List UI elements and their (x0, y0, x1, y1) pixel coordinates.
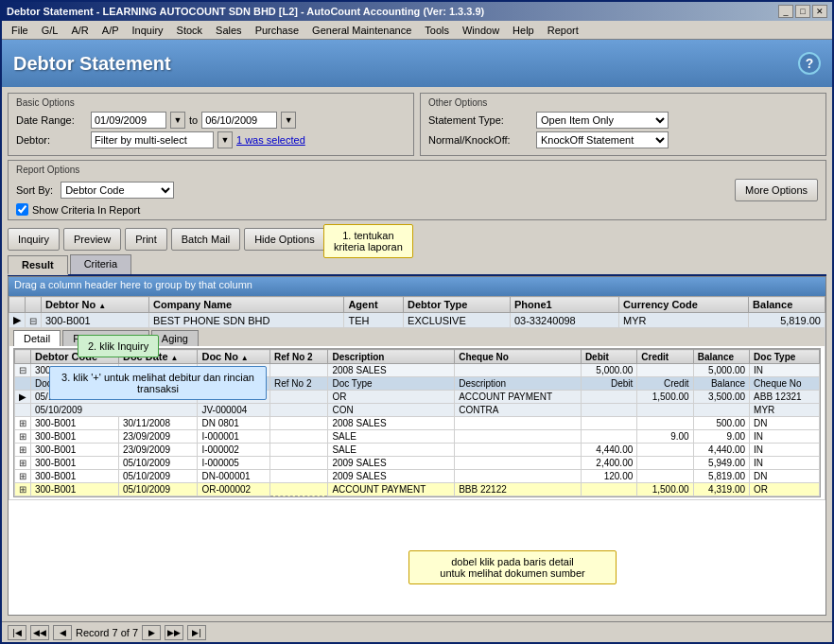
nav-last-button[interactable]: ▶| (187, 625, 206, 640)
menu-report[interactable]: Report (542, 23, 584, 38)
date-to-input[interactable] (201, 112, 277, 129)
td-desc3: SALE (328, 430, 455, 444)
td-exp5[interactable]: ⊞ (15, 457, 31, 470)
td-exp3[interactable]: ⊞ (15, 430, 31, 444)
knockoff-select[interactable]: KnockOff Statement Normal Statement (536, 131, 669, 148)
nav-first-button[interactable]: |◀ (8, 625, 26, 640)
report-options-panel: Report Options Sort By: Debtor Code Comp… (8, 160, 826, 220)
page-title: Debtor Statement (13, 53, 171, 75)
maximize-button[interactable]: □ (795, 5, 810, 18)
td-dd2: 30/11/2008 (118, 417, 198, 430)
th-agent[interactable]: Agent (344, 297, 404, 313)
td-dd7: 05/10/2009 (118, 483, 198, 496)
menu-file[interactable]: File (6, 23, 34, 38)
th-debtor-no[interactable]: Debtor No ▲ (42, 297, 149, 313)
dth-doc-no[interactable]: Doc No ▲ (198, 350, 270, 364)
td-bal7: 4,319.00 (693, 483, 749, 496)
detail-row-or000002[interactable]: ⊞ 300-B001 05/10/2009 OR-000002 ACCOUNT … (15, 483, 820, 496)
dth-balance[interactable]: Balance (693, 350, 749, 364)
knockoff-label: Normal/KnockOff: (428, 134, 532, 146)
menu-window[interactable]: Window (457, 23, 505, 38)
basic-options-panel: Basic Options Date Range: ▼ to ▼ Debtor:… (8, 93, 414, 156)
dth-credit[interactable]: Credit (637, 350, 693, 364)
dth-description[interactable]: Description (328, 350, 455, 364)
nav-prev-page-button[interactable]: ◀◀ (30, 625, 49, 640)
inquiry-button[interactable]: Inquiry (8, 228, 60, 251)
td-dn5: I-000005 (198, 457, 270, 470)
menu-general-maintenance[interactable]: General Maintenance (306, 23, 417, 38)
sub-th-desc[interactable]: Description (455, 377, 582, 391)
date-from-dropdown[interactable]: ▼ (170, 112, 185, 129)
detail-row-dn0801[interactable]: ⊞ 300-B001 30/11/2008 DN 0801 2008 SALES (15, 417, 820, 430)
sub-th-doctype[interactable]: Doc Type (328, 377, 455, 391)
detail-row-i000002[interactable]: ⊞ 300-B001 23/09/2009 I-000002 SALE (15, 444, 820, 457)
menu-purchase[interactable]: Purchase (250, 23, 304, 38)
minimize-button[interactable]: _ (778, 5, 793, 18)
sub-th-refno2[interactable]: Ref No 2 (270, 377, 328, 391)
td-exp6[interactable]: ⊞ (15, 470, 31, 483)
td-debtor-no: 300-B001 (42, 313, 149, 328)
th-phone1[interactable]: Phone1 (510, 297, 618, 313)
sub-th-balance[interactable]: Balance (693, 377, 749, 391)
td-exp7[interactable]: ⊞ (15, 483, 31, 496)
show-criteria-label: Show Criteria In Report (32, 204, 140, 216)
td-exp4[interactable]: ⊞ (15, 444, 31, 457)
sub-td-cr1: 1,500.00 (637, 391, 693, 404)
menu-sales[interactable]: Sales (210, 23, 248, 38)
date-to-dropdown[interactable]: ▼ (281, 112, 296, 129)
dth-debit[interactable]: Debit (581, 350, 636, 364)
th-debtor-type[interactable]: Debtor Type (404, 297, 511, 313)
td-cr6 (637, 470, 693, 483)
debtor-filter-input[interactable] (91, 131, 214, 148)
sub-th-debit[interactable]: Debit (581, 377, 636, 391)
debtor-selected[interactable]: 1 was selected (236, 134, 305, 146)
td-exp2[interactable]: ⊞ (15, 417, 31, 430)
detail-tab-detail[interactable]: Detail (13, 330, 61, 346)
print-button[interactable]: Print (125, 228, 167, 251)
sub-td-rn2 (270, 404, 328, 417)
sub-td-bal1: 3,500.00 (693, 391, 749, 404)
sub-th-chequeno[interactable]: Cheque No (750, 377, 820, 391)
hide-options-button[interactable]: Hide Options (244, 228, 325, 251)
nav-next-button[interactable]: ▶ (142, 625, 161, 640)
nav-prev-button[interactable]: ◀ (53, 625, 72, 640)
preview-button[interactable]: Preview (63, 228, 121, 251)
tab-result[interactable]: Result (8, 255, 68, 275)
menu-stock[interactable]: Stock (171, 23, 209, 38)
menu-ap[interactable]: A/P (96, 23, 125, 38)
td-cr4 (637, 444, 693, 457)
sort-by-select[interactable]: Debtor Code Company Name (61, 182, 174, 199)
statement-type-select[interactable]: Open Item Only Item Only (536, 112, 669, 129)
close-button[interactable]: ✕ (812, 5, 827, 18)
dth-cheque-no[interactable]: Cheque No (455, 350, 582, 364)
td-rn5 (270, 457, 328, 470)
nav-next-page-button[interactable]: ▶▶ (165, 625, 183, 640)
help-button[interactable]: ? (798, 52, 821, 75)
batch-mail-button[interactable]: Batch Mail (171, 228, 240, 251)
debtor-dropdown[interactable]: ▼ (217, 131, 233, 148)
detail-row-dn000001[interactable]: ⊞ 300-B001 05/10/2009 DN-000001 2009 SAL… (15, 470, 820, 483)
detail-row-i000005[interactable]: ⊞ 300-B001 05/10/2009 I-000005 2009 SALE… (15, 457, 820, 470)
td-expand[interactable]: ⊟ (26, 313, 42, 328)
td-bal4: 4,440.00 (693, 444, 749, 457)
menu-inquiry[interactable]: Inquiry (127, 23, 169, 38)
date-from-input[interactable] (91, 112, 166, 129)
menu-ar[interactable]: A/R (65, 23, 94, 38)
td-collapse[interactable]: ⊟ (15, 364, 31, 377)
detail-row-i000001[interactable]: ⊞ 300-B001 23/09/2009 I-000001 SALE (15, 430, 820, 444)
th-currency-code[interactable]: Currency Code (619, 297, 749, 313)
sub-th-credit[interactable]: Credit (637, 377, 693, 391)
th-balance[interactable]: Balance (749, 297, 825, 313)
tab-criteria[interactable]: Criteria (70, 254, 131, 274)
menu-gl[interactable]: G/L (36, 23, 64, 38)
sub-row-jv-000004[interactable]: 05/10/2009 JV-000004 CON CONTRA (15, 404, 820, 417)
more-options-button[interactable]: More Options (735, 179, 818, 201)
show-criteria-checkbox[interactable] (16, 203, 28, 216)
callout-4: dobel klik pada baris detailuntuk meliha… (408, 550, 617, 584)
th-company-name[interactable]: Company Name (149, 297, 344, 313)
dth-doc-type[interactable]: Doc Type (750, 350, 820, 364)
content-area: Basic Options Date Range: ▼ to ▼ Debtor:… (2, 87, 832, 621)
dth-ref-no2[interactable]: Ref No 2 (270, 350, 328, 364)
menu-help[interactable]: Help (507, 23, 540, 38)
menu-tools[interactable]: Tools (419, 23, 455, 38)
